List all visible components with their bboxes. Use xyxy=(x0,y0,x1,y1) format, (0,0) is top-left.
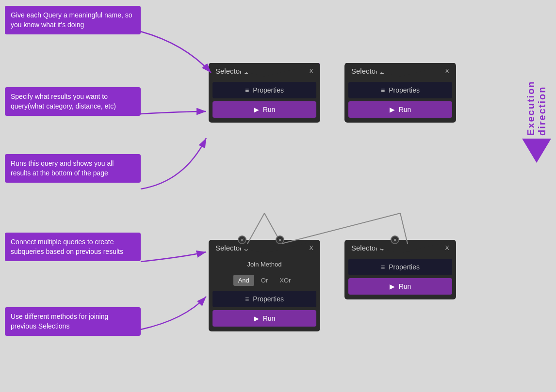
run-label-4: Run xyxy=(399,282,411,290)
run-label-2: Run xyxy=(399,106,411,113)
properties-icon: ≡ xyxy=(245,86,249,94)
run-icon-2: ▶ xyxy=(390,106,395,113)
selector-1-close[interactable]: X xyxy=(309,67,313,75)
execution-direction-label: Execution direction xyxy=(525,39,548,136)
selector-2-run-btn[interactable]: ▶ Run xyxy=(348,101,452,118)
selector-4-close[interactable]: X xyxy=(445,244,449,251)
selector-4-run-btn[interactable]: ▶ Run xyxy=(348,278,452,295)
join-method-label: Join Method xyxy=(213,259,316,270)
selector-2-properties-btn[interactable]: ≡ Properties xyxy=(348,82,452,98)
selector-3-close[interactable]: X xyxy=(309,244,313,251)
run-icon-3: ▶ xyxy=(254,314,259,322)
tooltip-connect: Connect multiple queries to create subqu… xyxy=(5,233,141,261)
execution-direction-arrow xyxy=(522,139,551,163)
svg-line-0 xyxy=(247,213,264,244)
selector-4-input: ✕ xyxy=(391,235,399,244)
properties-icon-3: ≡ xyxy=(245,295,249,303)
run-label-3: Run xyxy=(263,314,276,322)
selector-1: Selector 1 X ≡ Properties ▶ Run xyxy=(209,63,320,77)
selector-1-properties-btn[interactable]: ≡ Properties xyxy=(213,82,316,98)
selector-3-input-left: ✕ xyxy=(238,235,246,244)
selector-1-run-btn[interactable]: ▶ Run xyxy=(213,101,316,118)
tooltip-runs: Runs this query and shows you all result… xyxy=(5,154,141,183)
properties-label-4: Properties xyxy=(389,263,420,271)
run-label: Run xyxy=(263,106,276,113)
tooltip-specify: Specify what results you want to query(w… xyxy=(5,87,141,116)
svg-line-2 xyxy=(281,213,400,244)
join-xor-btn[interactable]: XOr xyxy=(275,275,295,286)
tooltip-methods: Use different methods for joining previo… xyxy=(5,307,141,336)
selector-4-properties-btn[interactable]: ≡ Properties xyxy=(348,259,452,275)
properties-icon-4: ≡ xyxy=(381,263,385,271)
selector-3: ✕ ✕ Selector 3 X Join Method And Or XOr … xyxy=(209,240,320,253)
properties-label-3: Properties xyxy=(253,295,284,303)
svg-line-3 xyxy=(400,213,408,244)
tooltip-name: Give each Query a meaningful name, so yo… xyxy=(5,6,141,34)
join-or-btn[interactable]: Or xyxy=(256,275,273,286)
run-icon: ▶ xyxy=(254,106,259,113)
run-icon-4: ▶ xyxy=(390,282,395,290)
properties-label-2: Properties xyxy=(389,86,420,94)
selector-3-properties-btn[interactable]: ≡ Properties xyxy=(213,291,316,307)
selector-3-input-center: ✕ xyxy=(276,235,284,244)
join-and-btn[interactable]: And xyxy=(233,275,254,286)
selector-2: Selector 2 X ≡ Properties ▶ Run xyxy=(344,63,456,77)
selector-4: ✕ Selector 4 X ≡ Properties ▶ Run xyxy=(344,240,456,253)
properties-label: Properties xyxy=(253,86,284,94)
execution-direction: Execution direction xyxy=(522,39,551,163)
selector-2-close[interactable]: X xyxy=(445,67,449,75)
properties-icon-2: ≡ xyxy=(381,86,385,94)
selector-3-run-btn[interactable]: ▶ Run xyxy=(213,310,316,327)
